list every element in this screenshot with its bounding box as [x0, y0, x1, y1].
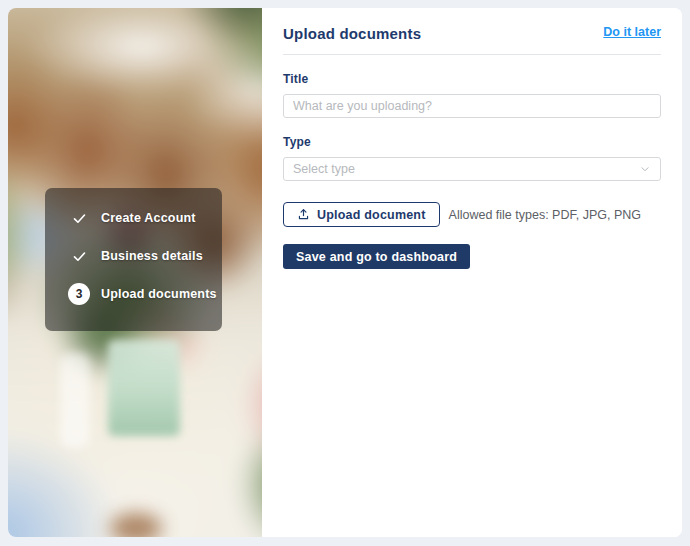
- header-divider: [283, 54, 661, 55]
- do-it-later-link[interactable]: Do it later: [603, 23, 661, 39]
- photo-glass-jar: [108, 340, 180, 436]
- step-create-account: Create Account: [68, 204, 208, 232]
- title-field-label: Title: [283, 72, 661, 86]
- type-select-placeholder: Select type: [293, 162, 355, 176]
- step-label: Business details: [101, 249, 203, 263]
- check-icon: [68, 249, 90, 264]
- chevron-down-icon: [639, 163, 651, 175]
- title-input[interactable]: [283, 94, 661, 118]
- onboarding-card: Create Account Business details 3 Upload…: [8, 8, 682, 537]
- upload-document-button[interactable]: Upload document: [283, 202, 440, 227]
- step-business-details: Business details: [68, 242, 208, 270]
- step-label: Create Account: [101, 211, 196, 225]
- onboarding-page: Create Account Business details 3 Upload…: [0, 0, 690, 546]
- step-number-badge: 3: [68, 283, 90, 305]
- page-title: Upload documents: [283, 23, 421, 42]
- side-photo: Create Account Business details 3 Upload…: [8, 8, 262, 537]
- upload-documents-panel: Upload documents Do it later Title Type …: [262, 8, 682, 537]
- step-label: Upload documents: [101, 287, 217, 301]
- photo-spoon: [110, 513, 162, 537]
- panel-header: Upload documents Do it later: [283, 23, 661, 42]
- type-select[interactable]: Select type: [283, 157, 661, 181]
- check-icon: [68, 211, 90, 226]
- wizard-steps-panel: Create Account Business details 3 Upload…: [45, 188, 222, 331]
- type-field-label: Type: [283, 135, 661, 149]
- upload-button-label: Upload document: [317, 208, 426, 222]
- upload-icon: [297, 208, 310, 221]
- step-upload-documents: 3 Upload documents: [68, 280, 208, 308]
- allowed-file-types-note: Allowed file types: PDF, JPG, PNG: [449, 208, 641, 222]
- photo-wine-glass: [60, 353, 90, 448]
- upload-row: Upload document Allowed file types: PDF,…: [283, 202, 661, 227]
- save-and-go-to-dashboard-button[interactable]: Save and go to dashboard: [283, 244, 470, 269]
